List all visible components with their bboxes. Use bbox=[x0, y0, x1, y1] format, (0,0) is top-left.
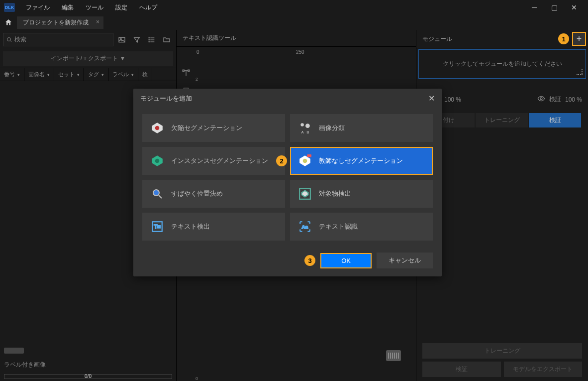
col-number[interactable]: 番号 bbox=[0, 68, 24, 81]
labeled-progress: 0/0 bbox=[4, 374, 172, 379]
menu-file[interactable]: ファイル bbox=[20, 1, 56, 14]
svg-point-25 bbox=[153, 190, 159, 196]
svg-text:A: A bbox=[301, 130, 304, 134]
verify-stat-value: 100 % bbox=[565, 96, 582, 103]
callout-2: 2 bbox=[276, 155, 287, 166]
module-classification[interactable]: AB 画像分類 bbox=[290, 114, 433, 142]
menu-help[interactable]: ヘルプ bbox=[133, 1, 163, 14]
svg-marker-28 bbox=[302, 191, 308, 197]
ok-button[interactable]: OK bbox=[320, 253, 372, 268]
svg-point-13 bbox=[540, 98, 542, 100]
labeled-images-label: ラベル付き画像 bbox=[4, 361, 46, 369]
export-model-button[interactable]: モデルをエクスポート bbox=[504, 362, 583, 377]
project-tab[interactable]: プロジェクトを新規作成 × bbox=[17, 16, 103, 29]
module-unsupervised-segmentation[interactable]: 教師なしセグメンテーション bbox=[290, 147, 433, 175]
list-icon[interactable] bbox=[145, 33, 158, 46]
classify-icon: AB bbox=[298, 121, 312, 135]
module-text-detection[interactable]: T≡ テキスト検出 bbox=[142, 213, 285, 241]
menubar: DLK ファイル 編集 ツール 設定 ヘルプ ─ ▢ ✕ bbox=[0, 0, 588, 15]
svg-point-0 bbox=[7, 37, 11, 41]
module-instance-segmentation[interactable]: インスタンスセグメンテーション 2 bbox=[142, 147, 285, 175]
tab-training[interactable]: トレーニング bbox=[476, 113, 528, 127]
ruler-top: 0 250 bbox=[177, 47, 416, 57]
svg-text:Aa: Aa bbox=[302, 224, 308, 230]
col-imagename[interactable]: 画像名 bbox=[24, 68, 54, 81]
horizontal-scrollbar[interactable] bbox=[4, 348, 24, 354]
add-module-dialog: モジュールを追加 ✕ 欠陥セグメンテーション AB 画像分類 インスタンスセグメ… bbox=[133, 89, 442, 276]
svg-text:B: B bbox=[306, 130, 309, 134]
tab-close-icon[interactable]: × bbox=[96, 18, 99, 25]
menu-settings[interactable]: 設定 bbox=[109, 1, 133, 14]
col-label[interactable]: ラベル bbox=[108, 68, 138, 81]
svg-point-21 bbox=[155, 159, 160, 163]
svg-point-9 bbox=[149, 41, 149, 42]
svg-text:T≡: T≡ bbox=[154, 224, 161, 230]
nut-green-icon bbox=[150, 154, 164, 168]
col-set[interactable]: セット bbox=[54, 68, 84, 81]
label-stat-value: 100 % bbox=[444, 96, 461, 103]
module-text-recognition[interactable]: Aa テキスト認識 bbox=[290, 213, 433, 241]
svg-point-8 bbox=[149, 39, 149, 40]
add-module-button[interactable]: + bbox=[572, 32, 586, 46]
magnify-icon bbox=[150, 187, 164, 201]
dialog-title: モジュールを追加 bbox=[140, 94, 192, 103]
svg-point-7 bbox=[149, 37, 149, 38]
callout-1: 1 bbox=[558, 33, 569, 44]
right-panel: モジュール 1 + クリックしてモジュールを追加してください ラベル 100 %… bbox=[416, 30, 588, 381]
module-placeholder[interactable]: クリックしてモジュールを追加してください bbox=[418, 49, 586, 79]
verify-button[interactable]: 検証 bbox=[422, 362, 501, 377]
search-placeholder: 検索 bbox=[14, 35, 26, 44]
folder-icon[interactable] bbox=[160, 33, 173, 46]
col-verify[interactable]: 検 bbox=[138, 68, 152, 81]
svg-line-1 bbox=[10, 40, 12, 42]
project-tab-label: プロジェクトを新規作成 bbox=[23, 19, 89, 26]
tab-bar: プロジェクトを新規作成 × bbox=[0, 15, 588, 30]
minimize-button[interactable]: ─ bbox=[524, 0, 544, 15]
menu-tools[interactable]: ツール bbox=[80, 1, 109, 14]
center-title: テキスト認識ツール bbox=[177, 30, 416, 47]
menu-edit[interactable]: 編集 bbox=[56, 1, 80, 14]
module-defect-segmentation[interactable]: 欠陥セグメンテーション bbox=[142, 114, 285, 142]
text-recog-icon: Aa bbox=[298, 220, 312, 234]
nut-selected-icon bbox=[298, 154, 312, 168]
eye-icon bbox=[537, 95, 545, 104]
maximize-button[interactable]: ▢ bbox=[544, 0, 564, 15]
svg-rect-24 bbox=[307, 154, 311, 157]
text-tool-icon[interactable] bbox=[180, 67, 193, 80]
filter-icon[interactable] bbox=[130, 33, 143, 46]
svg-point-17 bbox=[305, 124, 310, 128]
tab-verification[interactable]: 検証 bbox=[529, 113, 581, 127]
cancel-button[interactable]: キャンセル bbox=[377, 253, 433, 268]
col-tag[interactable]: タグ bbox=[84, 68, 108, 81]
right-tabs: 付け トレーニング 検証 bbox=[422, 113, 582, 127]
image-tool-icon[interactable] bbox=[115, 33, 128, 46]
import-export-button[interactable]: インポート/エクスポート ▼ bbox=[3, 51, 173, 66]
module-fast-locate[interactable]: すばやく位置決め bbox=[142, 180, 285, 208]
labeled-progress-text: 0/0 bbox=[85, 374, 92, 379]
callout-3: 3 bbox=[304, 255, 315, 266]
app-logo: DLK bbox=[4, 3, 15, 12]
close-window-button[interactable]: ✕ bbox=[564, 0, 584, 15]
svg-point-15 bbox=[155, 126, 160, 130]
verify-stat-label: 検証 bbox=[549, 95, 561, 104]
svg-point-16 bbox=[300, 123, 304, 127]
window-controls: ─ ▢ ✕ bbox=[524, 0, 584, 15]
svg-point-23 bbox=[303, 159, 307, 163]
detect-icon bbox=[298, 187, 312, 201]
svg-line-26 bbox=[159, 195, 162, 198]
image-list-header: 番号 画像名 セット タグ ラベル 検 bbox=[0, 68, 176, 81]
home-icon[interactable] bbox=[4, 18, 13, 27]
stats-row: ラベル 100 % 検証 100 % bbox=[416, 88, 588, 111]
dialog-close-icon[interactable]: ✕ bbox=[428, 94, 435, 103]
nut-defect-icon bbox=[150, 121, 164, 135]
search-input[interactable]: 検索 bbox=[3, 33, 113, 46]
module-object-detection[interactable]: 対象物検出 bbox=[290, 180, 433, 208]
module-panel-title: モジュール bbox=[422, 35, 452, 43]
training-button[interactable]: トレーニング bbox=[422, 343, 582, 359]
text-detect-icon: T≡ bbox=[150, 220, 164, 234]
keyboard-icon[interactable] bbox=[386, 350, 401, 361]
